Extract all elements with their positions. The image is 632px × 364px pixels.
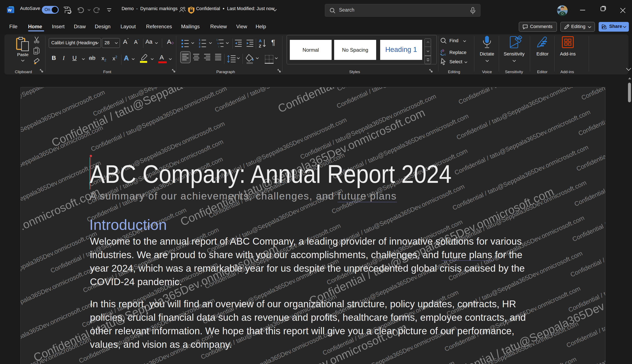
svg-text:Z: Z [259, 44, 261, 48]
svg-text:A: A [259, 38, 262, 43]
svg-text:a: a [217, 42, 219, 44]
svg-text:c: c [444, 52, 446, 56]
svg-text:1: 1 [216, 38, 218, 41]
svg-text:3: 3 [199, 45, 200, 48]
svg-text:i: i [218, 45, 219, 48]
svg-text:b: b [442, 49, 444, 52]
svg-text:1: 1 [199, 38, 200, 42]
svg-text:2: 2 [199, 42, 200, 45]
svg-text:W: W [8, 8, 12, 12]
